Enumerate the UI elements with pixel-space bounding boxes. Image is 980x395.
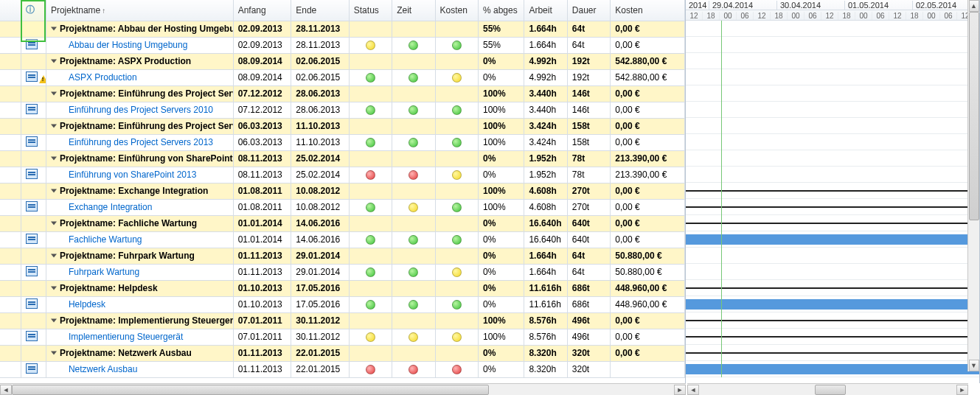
timeline-row (686, 167, 979, 183)
hscroll-thumb-left[interactable] (12, 385, 489, 395)
header-arbeit[interactable]: Arbeit (524, 0, 567, 21)
task-row[interactable]: Exchange Integration01.08.201110.08.2012… (0, 199, 685, 215)
group-row[interactable]: Projektname: Fachliche Wartung01.01.2014… (0, 215, 685, 231)
sort-asc-icon: ↑ (100, 7, 105, 15)
task-link[interactable]: Einführung des Project Servers 2013 (69, 137, 213, 147)
zeit-dot (409, 170, 418, 180)
timeline-row (686, 329, 979, 345)
task-link[interactable]: Einführung von SharePoint 2013 (69, 169, 196, 180)
timeline-row (686, 361, 979, 377)
group-row[interactable]: Projektname: Netzwerk Ausbau01.11.201322… (0, 345, 685, 361)
timeline-hour: 06 (872, 12, 889, 20)
task-link[interactable]: Exchange Integration (69, 202, 152, 212)
hscroll-thumb-right[interactable] (815, 385, 846, 395)
timeline-hour: 12 (686, 12, 703, 20)
task-row[interactable]: ASPX Production08.09.201402.06.20150%4.9… (0, 69, 685, 85)
gantt-bar[interactable] (686, 234, 979, 245)
header-kosten[interactable]: Kosten (611, 0, 685, 21)
status-dot (366, 235, 375, 245)
zeit-dot (409, 73, 418, 83)
task-row[interactable]: Netzwerk Ausbau01.11.201322.01.20150%8.3… (0, 361, 685, 377)
timeline-hour: 12 (821, 12, 838, 20)
plan-icon (26, 71, 38, 82)
group-row[interactable]: Projektname: Einführung von SharePoint 2… (0, 150, 685, 167)
kosten-dot (452, 105, 462, 115)
gantt-group-bar (686, 352, 979, 354)
kosten-dot (452, 365, 462, 374)
group-row[interactable]: Projektname: Einführung des Project Serv… (0, 85, 685, 102)
header-indicator[interactable] (0, 0, 21, 21)
group-row[interactable]: Projektname: Implementierung Steuergerät… (0, 312, 685, 329)
header-info[interactable]: ⓘ (21, 0, 46, 21)
timeline-header[interactable]: 201429.04.201430.04.201401.05.201402.05.… (686, 0, 979, 21)
task-link[interactable]: Fuhrpark Wartung (69, 267, 139, 277)
vertical-scrollbar[interactable]: ▲ ▼ (967, 0, 979, 371)
task-link[interactable]: Netzwerk Ausbau (69, 364, 137, 374)
header-anfang[interactable]: Anfang (233, 0, 291, 21)
group-row[interactable]: Projektname: Einführung des Project Serv… (0, 118, 685, 134)
header-zeit[interactable]: Zeit (392, 0, 435, 21)
task-link[interactable]: Abbau der Hosting Umgebung (69, 40, 187, 50)
group-label: Projektname: Fachliche Wartung (46, 215, 233, 231)
task-row[interactable]: Helpdesk01.10.201317.05.20160%11.616h686… (0, 296, 685, 312)
group-label: Projektname: Implementierung Steuergerät (46, 312, 233, 329)
task-link[interactable]: Einführung des Project Servers 2010 (69, 105, 213, 115)
kosten-dot (452, 73, 462, 83)
scroll-down-button[interactable]: ▼ (969, 360, 979, 371)
scroll-left-button[interactable]: ◄ (0, 385, 12, 395)
header-kosten-ind[interactable]: Kosten (435, 0, 478, 21)
scroll-right-button[interactable]: ► (956, 385, 968, 395)
gantt-group-bar (686, 320, 979, 321)
row-icons (21, 102, 46, 118)
timeline-row (686, 280, 979, 296)
task-row[interactable]: Einführung des Project Servers 201306.03… (0, 134, 685, 150)
timeline-row (686, 134, 979, 150)
task-row[interactable]: Implementierung Steuergerät07.01.201130.… (0, 329, 685, 345)
group-row[interactable]: Projektname: Exchange Integration01.08.2… (0, 183, 685, 199)
group-row[interactable]: Projektname: ASPX Production08.09.201402… (0, 53, 685, 69)
gantt-bar[interactable] (686, 299, 979, 310)
timeline-row (686, 215, 979, 231)
task-row[interactable]: Einführung von SharePoint 201308.11.2013… (0, 167, 685, 183)
row-icons (21, 69, 46, 85)
task-row[interactable]: Fachliche Wartung01.01.201414.06.20160%1… (0, 231, 685, 248)
gantt-summary-bar[interactable] (686, 336, 979, 338)
header-projektname[interactable]: Projektname↑ (46, 0, 233, 21)
scroll-left-button[interactable]: ◄ (687, 385, 699, 395)
header-pct[interactable]: % abges (479, 0, 524, 21)
plan-icon (26, 39, 38, 49)
scroll-up-button[interactable]: ▲ (969, 0, 979, 12)
task-row[interactable]: Abbau der Hosting Umgebung02.09.201328.1… (0, 37, 685, 53)
scroll-right-button[interactable]: ► (674, 385, 686, 395)
timeline-row (686, 53, 979, 69)
gantt-summary-bar[interactable] (686, 206, 979, 208)
zeit-dot (409, 332, 418, 342)
gantt-bar[interactable] (686, 364, 979, 374)
header-dauer[interactable]: Dauer (567, 0, 610, 21)
task-link[interactable]: Fachliche Wartung (69, 234, 142, 245)
right-horizontal-scrollbar[interactable]: ◄ ► (687, 383, 968, 395)
task-row[interactable]: Einführung des Project Servers 201007.12… (0, 102, 685, 118)
task-link[interactable]: ASPX Production (69, 72, 137, 83)
group-row[interactable]: Projektname: Fuhrpark Wartung01.11.20132… (0, 248, 685, 264)
vscroll-thumb[interactable] (969, 12, 979, 220)
plan-icon (26, 169, 38, 179)
zeit-dot (409, 105, 418, 115)
timeline-body[interactable] (686, 21, 979, 377)
group-row[interactable]: Projektname: Abbau der Hosting Umgebung0… (0, 21, 685, 37)
task-link[interactable]: Helpdesk (69, 299, 105, 310)
task-link[interactable]: Implementierung Steuergerät (69, 332, 183, 342)
kosten-dot (452, 203, 462, 212)
zeit-dot (409, 203, 418, 212)
left-horizontal-scrollbar[interactable]: ◄ ► (0, 383, 686, 395)
task-row[interactable]: Fuhrpark Wartung01.11.201329.01.20140%1.… (0, 264, 685, 280)
kosten-dot (452, 300, 462, 310)
row-icons (21, 329, 46, 345)
status-dot (366, 203, 375, 212)
header-status[interactable]: Status (349, 0, 392, 21)
status-dot (366, 268, 375, 277)
header-ende[interactable]: Ende (291, 0, 350, 21)
timeline-row (686, 85, 979, 102)
group-row[interactable]: Projektname: Helpdesk01.10.201317.05.201… (0, 280, 685, 296)
kosten-dot (452, 235, 462, 245)
